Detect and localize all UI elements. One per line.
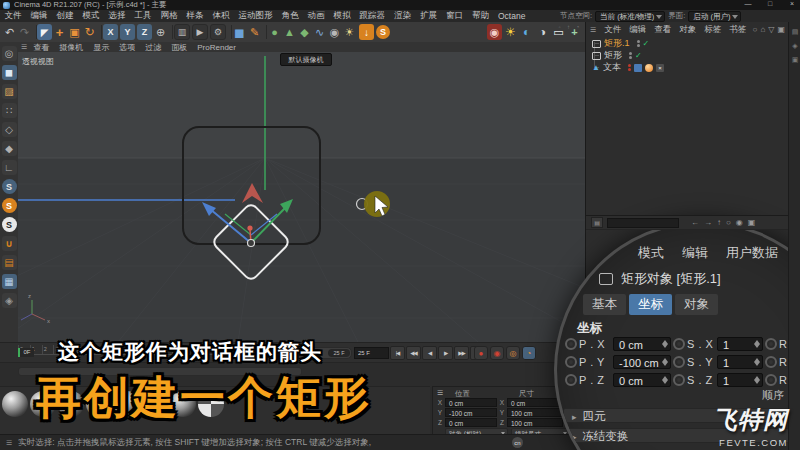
rotate-item[interactable]: ↻ [82,24,97,40]
visibility-dots[interactable] [628,64,631,71]
prim-poly-item[interactable]: ◆ [297,24,312,40]
menu-render[interactable]: 渲染 [390,10,416,22]
stepper-icon[interactable] [661,358,668,366]
enabled-check-icon[interactable]: ✓ [643,39,650,48]
octane-tag-icon[interactable] [645,64,653,72]
menu-octane[interactable]: Octane [494,11,530,21]
mode-axis-item[interactable]: ∟ [2,160,17,175]
pz-field[interactable]: 0 cm [613,373,671,387]
menu-simulate[interactable]: 模拟 [329,10,355,22]
order-label[interactable]: 顺序 [762,388,784,403]
stepper-icon[interactable] [753,340,760,348]
camera-label-button[interactable]: 默认摄像机 [280,53,332,66]
vp-menu-filter[interactable]: 过滤 [141,42,165,53]
rec-obj-item[interactable]: ◉ [490,346,504,360]
menu-mode[interactable]: 模式 [78,10,104,22]
om-menu-tags[interactable]: 标签 [700,24,725,36]
tab-object[interactable]: 对象 [675,294,718,315]
add-cube-item[interactable]: ◼ [232,24,247,40]
menu-window[interactable]: 窗口 [442,10,468,22]
hamburger-icon[interactable]: ☰ [18,43,27,51]
vp-menu-view[interactable]: 查看 [29,42,53,53]
oct-badge-item[interactable]: S [376,25,390,39]
om-menu-view[interactable]: 查看 [650,24,675,36]
live-select-item[interactable]: ◤ [37,24,52,40]
menu-edit[interactable]: 编辑 [26,10,52,22]
vp-menu-options[interactable]: 选项 [115,42,139,53]
mesh-item[interactable]: ▤ [2,255,17,270]
prev-key-item[interactable]: ◀◀ [406,346,421,360]
visibility-dots[interactable] [637,40,640,47]
sep-item[interactable] [168,25,173,39]
coords-item[interactable]: ⊕ [153,24,168,40]
lock-item[interactable]: ◉ [736,218,743,227]
radio-icon[interactable] [673,374,685,386]
camera-item[interactable]: ◉ [327,24,342,40]
up-item[interactable]: ↑ [717,218,721,227]
move-item[interactable]: + [52,24,67,40]
pos-z-field[interactable]: 0 cm [445,418,497,427]
om-menu-file[interactable]: 文件 [600,24,625,36]
mode-tweak-item[interactable]: ◎ [2,46,17,61]
view-item[interactable]: ▣ [777,25,785,34]
om-menu-edit[interactable]: 编辑 [625,24,650,36]
oc-camera-item[interactable]: ◉ [487,24,502,40]
mode-texture-item[interactable]: ▨ [2,84,17,99]
stepper-icon[interactable] [661,340,668,348]
render-picture-item[interactable]: ▶ [192,24,208,40]
sub3-item[interactable]: ◔ [574,23,581,30]
current-frame-marker[interactable]: 0F [18,348,34,357]
menu-file[interactable]: 文件 [0,10,26,22]
hamburger-icon[interactable]: ☰ [6,439,12,447]
xpresso-tag-icon[interactable]: × [656,64,664,72]
om-menu-bookmarks[interactable]: 书签 [725,24,750,36]
oc-sphere1-item[interactable]: ◐ [519,24,534,40]
snap-white-item[interactable]: S [2,217,17,232]
lock-x-item[interactable]: X [103,24,118,40]
keysel-item[interactable]: ◔ [522,346,536,360]
px-field[interactable]: 0 cm [613,337,671,351]
oc-sun-item[interactable]: ☀ [503,24,518,40]
back-item[interactable]: ← [691,218,699,227]
goto-start-item[interactable]: |◀ [390,346,405,360]
lock-z-item[interactable]: Z [137,24,152,40]
radio-icon[interactable] [673,338,685,350]
stepper-icon[interactable] [661,376,668,384]
maximize-button[interactable]: □ [764,0,776,7]
sy-field[interactable]: 1 [717,355,763,369]
vp-menu-display[interactable]: 显示 [89,42,113,53]
strip1-item[interactable]: ▤ [792,28,799,36]
prim-cone-item[interactable]: ▲ [282,24,297,40]
radio-icon[interactable] [565,338,577,350]
radio-icon[interactable] [765,338,777,350]
render-view-item[interactable]: ▥ [174,24,190,40]
menu-help[interactable]: 帮助 [468,10,494,22]
next-frame-item[interactable]: ▶▶ [454,346,469,360]
oc-sphere2-item[interactable]: ◑ [535,24,550,40]
spline-pen-item[interactable]: ∿ [312,24,327,40]
menu-mograph[interactable]: 运动图形 [234,10,277,22]
home-item[interactable]: ⌂ [760,25,765,34]
menu-mesh[interactable]: 网格 [156,10,182,22]
menu-tracker[interactable]: 跟踪器 [355,10,390,22]
attr-mode-icon[interactable]: ▤ [591,217,603,228]
radio-icon[interactable] [673,356,685,368]
menu-animate[interactable]: 动画 [303,10,329,22]
minimize-button[interactable]: — [742,0,754,7]
plane-item[interactable]: ▦ [2,274,17,289]
rec-key-item[interactable]: ● [474,346,488,360]
size-y-field[interactable]: 100 cm [507,408,563,417]
undo-item[interactable]: ↶ [2,24,17,40]
snap-gray-item[interactable]: S [2,179,17,194]
vp-menu-panel[interactable]: 面板 [167,42,191,53]
vp-menu-prorender[interactable]: ProRender [193,43,240,52]
lock-y-item[interactable]: Y [120,24,135,40]
mode-edges-item[interactable]: ◇ [2,122,17,137]
stepper-icon[interactable] [753,358,760,366]
prim-sphere-item[interactable]: ● [267,24,282,40]
snap-orange-item[interactable]: S [2,198,17,213]
node-space-dropdown[interactable]: 当前 (标准/物理) [595,11,665,22]
visibility-dots[interactable] [629,52,632,59]
layout-dropdown[interactable]: 启动 (用户) [688,11,741,22]
inset-menu-mode[interactable]: 模式 [629,244,673,262]
